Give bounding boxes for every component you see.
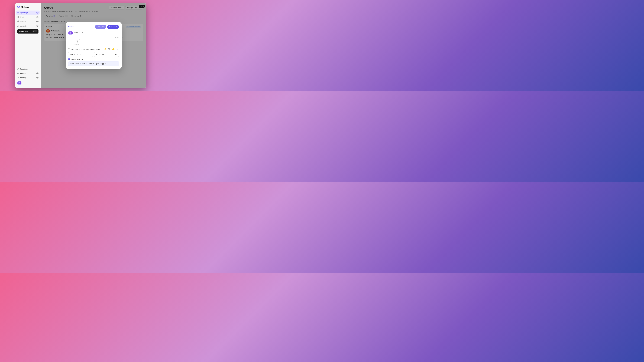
toolbar-icons: ⚡ 🖼 😊 ＋ [104, 48, 119, 51]
logo-text: Skyblaze [21, 6, 29, 8]
user-avatar-area[interactable] [16, 80, 40, 86]
compose-area: 0/300 🖼 [68, 31, 119, 44]
feedback-icon [17, 68, 19, 70]
sidebar-item-post[interactable]: Post 2 [16, 15, 40, 19]
emoji-icon[interactable]: 😊 [112, 48, 115, 51]
engage-label: Engage [20, 20, 26, 22]
write-post-button[interactable]: Write a post ⌘ + I [17, 29, 38, 33]
auto-dm-row: Enable Auto DM [68, 58, 119, 60]
svg-rect-3 [18, 26, 18, 27]
schedule-checkbox-label[interactable]: Schedule at (check for recurring posts) [68, 48, 100, 50]
svg-rect-2 [18, 13, 19, 13]
sidebar-item-pricing[interactable]: Pricing 8 [16, 71, 40, 75]
settings-label: Settings [20, 77, 26, 79]
svg-point-10 [18, 84, 21, 85]
image-upload-placeholder[interactable]: 🖼 [74, 39, 80, 44]
svg-rect-5 [19, 25, 19, 27]
char-count: 0/300 [74, 36, 119, 38]
svg-rect-1 [18, 12, 19, 13]
queue-badge: 1 [36, 12, 38, 13]
analytics-label: Analytics [20, 25, 28, 27]
schedule-row: Schedule at (check for recurring posts) … [68, 48, 119, 51]
sidebar-item-feedback[interactable]: Feedback [16, 67, 40, 71]
compose-modal: Cancel Post Now Schedule [66, 22, 122, 69]
time-input[interactable] [94, 52, 119, 57]
lightning-icon[interactable]: ⚡ [104, 48, 106, 51]
post-icon [17, 16, 19, 18]
schedule-checkbox[interactable] [68, 48, 70, 50]
sidebar-item-analytics[interactable]: Analytics 4 [16, 24, 40, 28]
avatar-image [17, 81, 22, 85]
compose-avatar [68, 31, 73, 35]
write-post-label: Write a post [19, 30, 28, 32]
svg-point-8 [18, 77, 18, 78]
analytics-icon [17, 25, 19, 27]
post-now-button[interactable]: Post Now [95, 25, 106, 29]
sidebar: Skyblaze Queue (8) 1 [15, 3, 41, 88]
auto-dm-text[interactable]: Hello! This is an Auto DM sent via skybl… [68, 61, 119, 66]
pricing-icon [17, 72, 19, 74]
logo-area: Skyblaze [15, 3, 41, 10]
settings-badge: 9 [36, 77, 38, 78]
add-icon[interactable]: ＋ [116, 48, 119, 51]
feedback-label: Feedback [20, 68, 28, 70]
svg-point-14 [69, 34, 72, 35]
schedule-button[interactable]: Schedule [107, 25, 119, 29]
pricing-badge: 8 [36, 72, 38, 74]
post-label: Post [20, 16, 24, 18]
analytics-badge: 4 [36, 25, 38, 27]
sidebar-nav: Queue (8) 1 Post 2 [15, 10, 41, 66]
svg-point-13 [70, 32, 72, 33]
pricing-label: Pricing [20, 72, 26, 74]
auto-dm-checkbox[interactable] [68, 58, 70, 60]
modal-header: Cancel Post Now Schedule [68, 25, 119, 29]
settings-icon [17, 77, 19, 79]
datetime-row [68, 52, 119, 57]
auto-dm-label[interactable]: Enable Auto DM [71, 58, 83, 60]
sidebar-item-queue[interactable]: Queue (8) 1 [16, 10, 40, 15]
date-input[interactable] [68, 52, 93, 57]
svg-point-9 [18, 82, 20, 83]
compose-avatar-image [68, 31, 73, 35]
modal-overlay: Cancel Post Now Schedule [41, 3, 146, 88]
sidebar-item-engage[interactable]: Engage 3 [16, 19, 40, 23]
queue-icon [17, 11, 19, 14]
post-badge: 2 [36, 16, 38, 18]
cancel-button[interactable]: Cancel [68, 26, 74, 28]
sidebar-item-settings[interactable]: Settings 9 [16, 76, 40, 80]
compose-input[interactable] [74, 31, 119, 36]
engage-badge: 3 [36, 21, 38, 22]
sidebar-bottom: Feedback Pricing 8 [15, 66, 41, 88]
image-toolbar-icon[interactable]: 🖼 [108, 48, 111, 51]
svg-rect-4 [18, 25, 18, 27]
app-window: Skyblaze Queue (8) 1 [15, 3, 146, 88]
write-post-shortcut: ⌘ + I [32, 30, 37, 32]
logo-icon [17, 5, 20, 8]
main-content: Queue Find Best Times Manage Time Slots … [41, 3, 146, 88]
svg-rect-0 [18, 12, 19, 12]
engage-icon [17, 20, 19, 22]
image-icon: 🖼 [76, 40, 78, 43]
avatar [17, 81, 22, 85]
queue-label: Queue (8) [20, 12, 28, 14]
